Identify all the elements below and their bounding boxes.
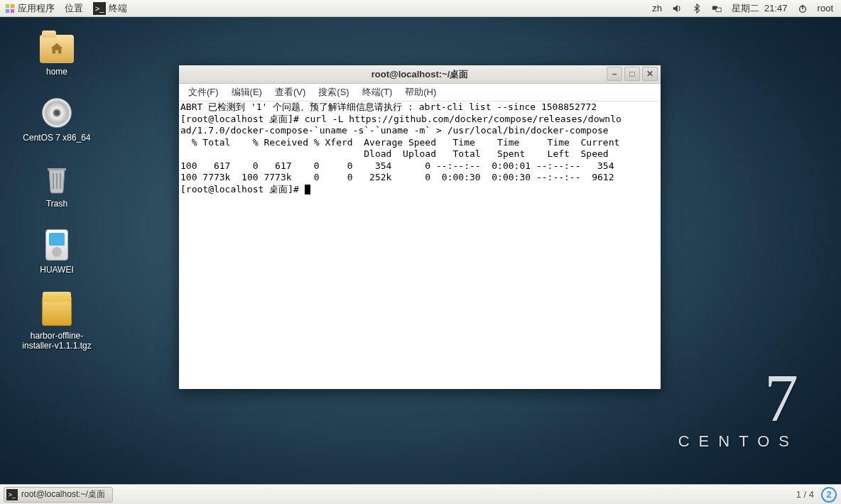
desktop-icon-home[interactable]: home xyxy=(11,30,103,77)
power-icon[interactable] xyxy=(793,0,813,16)
terminal-icon: >_ xyxy=(93,2,106,15)
terminal-menubar: 文件(F) 编辑(E) 查看(V) 搜索(S) 终端(T) 帮助(H) xyxy=(179,84,661,102)
svg-rect-3 xyxy=(11,9,14,12)
menu-file[interactable]: 文件(F) xyxy=(182,86,225,99)
workspace-indicator[interactable]: 1 / 4 xyxy=(796,489,814,500)
icon-label: HUAWEI xyxy=(40,265,74,275)
brand-version: 7 xyxy=(678,364,798,432)
centos-brand: 7 CENTOS xyxy=(678,364,798,451)
close-button[interactable]: ✕ xyxy=(642,67,658,81)
running-app-label: 终端 xyxy=(109,2,127,15)
menu-applications[interactable]: 应用程序 xyxy=(16,0,60,16)
running-app-terminal[interactable]: >_ 终端 xyxy=(88,0,132,16)
svg-rect-5 xyxy=(716,8,721,11)
top-panel: 应用程序 位置 >_ 终端 zh 星期二 21:47 root xyxy=(0,0,841,17)
svg-rect-2 xyxy=(6,9,9,12)
desktop-icon-media[interactable]: CentOS 7 x86_64 xyxy=(11,96,103,143)
menu-terminal[interactable]: 终端(T) xyxy=(356,86,399,99)
svg-rect-0 xyxy=(6,4,9,7)
workspace-switcher[interactable]: 2 xyxy=(821,487,837,503)
bottom-panel: >_ root@localhost:~/桌面 1 / 4 2 xyxy=(0,484,841,504)
svg-rect-9 xyxy=(56,173,58,189)
user-label[interactable]: root xyxy=(813,0,838,16)
lang-indicator[interactable]: zh xyxy=(647,0,667,16)
terminal-icon: >_ xyxy=(6,489,18,500)
terminal-output[interactable]: ABRT 已检测到 '1' 个问题。预了解详细信息请执行 : abrt-cli … xyxy=(179,102,661,389)
taskbar-button-terminal[interactable]: >_ root@localhost:~/桌面 xyxy=(4,487,113,503)
menu-view[interactable]: 查看(V) xyxy=(268,86,312,99)
terminal-window: root@localhost:~/桌面 – □ ✕ 文件(F) 编辑(E) 查看… xyxy=(179,65,661,389)
menu-places[interactable]: 位置 xyxy=(60,0,88,16)
icon-label: CentOS 7 x86_64 xyxy=(23,133,90,143)
window-title: root@localhost:~/桌面 xyxy=(371,68,469,81)
volume-icon[interactable] xyxy=(667,0,687,16)
taskbar-label: root@localhost:~/桌面 xyxy=(21,488,105,500)
clock[interactable]: 21:47 xyxy=(764,0,793,16)
icon-label: home xyxy=(46,67,67,77)
icon-label: Trash xyxy=(46,199,67,209)
icon-label: harbor-offline- xyxy=(31,331,83,341)
desktop-icon-harbor[interactable]: harbor-offline- installer-v1.1.1.tgz xyxy=(11,294,103,351)
bluetooth-icon[interactable] xyxy=(687,0,707,16)
menu-applications-icon[interactable] xyxy=(0,0,16,16)
desktop-icon-huawei[interactable]: HUAWEI xyxy=(11,228,103,275)
minimize-button[interactable]: – xyxy=(607,67,622,81)
desktop-icon-trash[interactable]: Trash xyxy=(11,162,103,209)
menu-help[interactable]: 帮助(H) xyxy=(398,86,443,99)
icon-label: installer-v1.1.1.tgz xyxy=(22,341,91,351)
svg-rect-1 xyxy=(11,4,14,7)
brand-name: CENTOS xyxy=(678,432,798,451)
maximize-button[interactable]: □ xyxy=(624,67,640,81)
menu-search[interactable]: 搜索(S) xyxy=(312,86,355,99)
menu-edit[interactable]: 编辑(E) xyxy=(225,86,268,99)
svg-rect-8 xyxy=(53,173,54,189)
date-day[interactable]: 星期二 xyxy=(727,0,764,16)
svg-rect-10 xyxy=(60,173,61,189)
window-titlebar[interactable]: root@localhost:~/桌面 – □ ✕ xyxy=(179,65,661,84)
network-icon[interactable] xyxy=(707,0,727,16)
